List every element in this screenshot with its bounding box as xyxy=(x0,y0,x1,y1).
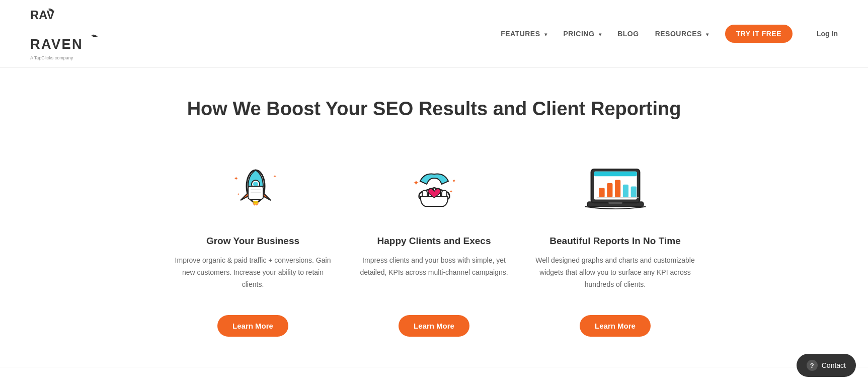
contact-bubble[interactable]: ? Contact xyxy=(797,354,856,377)
svg-rect-24 xyxy=(615,180,620,197)
card-reports-learn-more-button[interactable]: Learn More xyxy=(580,315,651,337)
svg-text:✦: ✦ xyxy=(449,189,453,194)
svg-rect-5 xyxy=(248,186,263,199)
chevron-icon: ▾ xyxy=(544,32,547,37)
nav-link-features[interactable]: FEATURES ▾ xyxy=(501,30,547,38)
card-reports: Beautiful Reports In No Time Well design… xyxy=(535,155,696,337)
svg-rect-28 xyxy=(608,202,622,204)
svg-rect-25 xyxy=(622,185,628,197)
question-icon: ? xyxy=(807,360,818,371)
hero-section: How We Boost Your SEO Results and Client… xyxy=(0,68,868,155)
cards-row: ✦ ✦ ✦ Grow Your Business Improve organic… xyxy=(0,155,868,367)
nav-link-pricing[interactable]: PRICING ▾ xyxy=(563,30,601,38)
chevron-icon: ▾ xyxy=(706,32,709,37)
svg-rect-21 xyxy=(594,172,637,176)
card-clients-title: Happy Clients and Execs xyxy=(377,236,491,247)
card-grow-learn-more-button[interactable]: Learn More xyxy=(217,315,288,337)
logo-svg: RAVEN xyxy=(30,32,111,57)
nav-link-resources[interactable]: RESOURCES ▾ xyxy=(655,30,709,38)
nav-item-try[interactable]: TRY IT FREE xyxy=(725,25,793,43)
card-grow-title: Grow Your Business xyxy=(206,236,299,247)
login-button[interactable]: Log In xyxy=(817,30,838,38)
card-clients: ✦ ✦ ✦ Happy Clients and Execs Impress cl… xyxy=(354,155,515,337)
svg-text:✦: ✦ xyxy=(452,178,456,184)
card-clients-learn-more-button[interactable]: Learn More xyxy=(399,315,469,337)
svg-rect-23 xyxy=(607,183,612,197)
tools-section: Amazing SEO and Reporting Tools - all-in… xyxy=(0,367,868,389)
chevron-icon: ▾ xyxy=(599,32,602,37)
svg-text:✦: ✦ xyxy=(237,193,240,196)
card-grow-desc: Improve organic & paid traffic + convers… xyxy=(173,255,334,300)
svg-text:✦: ✦ xyxy=(234,176,238,181)
nav-links: FEATURES ▾ PRICING ▾ BLOG RESOURCES ▾ TR… xyxy=(501,25,838,43)
hero-title: How We Boost Your SEO Results and Client… xyxy=(20,98,848,120)
card-clients-desc: Impress clients and your boss with simpl… xyxy=(354,255,515,300)
logo-icon: RAVEN xyxy=(30,7,55,32)
nav-item-resources[interactable]: RESOURCES ▾ xyxy=(655,29,709,38)
contact-label: Contact xyxy=(822,361,846,369)
try-it-free-button[interactable]: TRY IT FREE xyxy=(725,25,793,43)
rocket-icon: ✦ ✦ ✦ xyxy=(218,155,288,225)
logo-area: RAVEN RAVEN A TapClicks company xyxy=(30,7,111,60)
nav-item-blog[interactable]: BLOG xyxy=(617,29,639,38)
navbar: RAVEN RAVEN A TapClicks company FEATURES xyxy=(0,0,868,68)
svg-rect-22 xyxy=(599,188,604,197)
nav-link-blog[interactable]: BLOG xyxy=(617,30,639,38)
nav-item-features[interactable]: FEATURES ▾ xyxy=(501,29,547,38)
happy-clients-icon: ✦ ✦ ✦ xyxy=(399,155,469,225)
svg-text:RAVEN: RAVEN xyxy=(30,36,83,52)
nav-item-pricing[interactable]: PRICING ▾ xyxy=(563,29,601,38)
card-reports-desc: Well designed graphs and charts and cust… xyxy=(535,255,696,300)
nav-item-login[interactable]: Log In xyxy=(809,29,838,38)
svg-text:✦: ✦ xyxy=(273,174,277,179)
reports-icon xyxy=(580,155,651,225)
svg-text:✦: ✦ xyxy=(413,179,419,187)
card-reports-title: Beautiful Reports In No Time xyxy=(549,236,680,247)
card-grow: ✦ ✦ ✦ Grow Your Business Improve organic… xyxy=(173,155,334,337)
svg-rect-26 xyxy=(630,187,636,197)
